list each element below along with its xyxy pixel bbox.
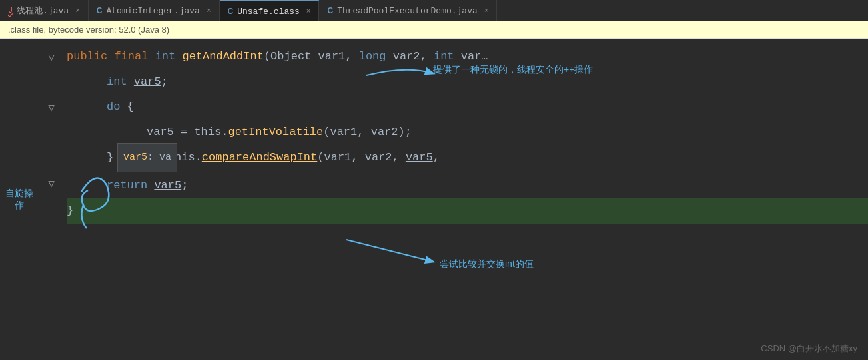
tab-label: AtomicInteger.java [107,6,200,16]
kw-public: public [67,44,107,69]
call-args-1: (var1, var2); [323,120,412,145]
tab-label: 线程池.java [17,5,69,17]
code-line-3: do { [67,94,868,120]
main-area: 自旋操作 ▽ ▽ ▽ public final int getAndAddInt… [0,39,868,360]
tab-atomic[interactable]: C AtomicInteger.java × [89,0,220,21]
close-icon[interactable]: × [306,7,311,15]
code-line-5: } while(!this.compareAndSwapInt(var1, va… [67,145,868,170]
code-line-4: var5 = this.getIntVolatile(var1, var2); [67,120,868,145]
kw-int: int [155,44,176,69]
fold-icon-3[interactable]: ▽ [48,172,55,197]
param-object: Object var1, [270,44,352,69]
fold-icon-1[interactable]: ▽ [48,45,55,71]
fold-icon-2[interactable]: ▽ [48,96,55,121]
c-icon: C [327,6,333,15]
tooltip-label: var5 [123,152,147,163]
code-line-6: return var5; [67,173,868,198]
sidebar-spin-label: 自旋操作 [3,188,36,212]
closing-brace: } [67,198,73,224]
kw-this: this [194,120,221,145]
kw-int-var5: int [107,69,127,94]
java-icon: J [8,6,13,15]
method-getintvolatile: getIntVolatile [228,120,323,145]
watermark: CSDN @白开水不加糖xy [761,343,857,355]
paren-open: ( [264,44,270,69]
info-text: .class file, bytecode version: 52.0 (Jav… [8,25,169,35]
tab-label: ThreadPoolExecutorDemo.java [337,6,478,16]
kw-do: do [107,94,120,120]
close-icon[interactable]: × [75,7,80,15]
tab-unsafe[interactable]: C Unsafe.class × [220,0,320,21]
cas-args: (var1, var2, var5, [317,145,440,170]
close-icon[interactable]: × [484,7,489,15]
semicolon: ; [161,69,168,94]
method-cas: compareAndSwapInt [202,145,317,170]
method-name: getAndAddInt [182,44,263,69]
brace-close: } [107,145,113,170]
annotation-text-2: 尝试比较并交换int的值 [440,258,534,270]
var5-return: var5 [154,173,181,198]
semi-return: ; [181,173,188,198]
kw-return: return [107,173,147,198]
brace-open: { [127,94,134,120]
close-icon[interactable]: × [207,7,211,15]
code-line-7: } [67,198,868,224]
tab-线程池[interactable]: J 线程池.java × [0,0,89,21]
param-var2: var2, [393,44,427,69]
c-icon: C [97,6,103,15]
kw-final: final [114,44,148,69]
tab-bar: J 线程池.java × C AtomicInteger.java × C Un… [0,0,868,21]
tab-threadpool[interactable]: C ThreadPoolExecutorDemo.java × [319,0,497,21]
var5-decl: var5 [134,69,161,94]
fold-icons: ▽ ▽ ▽ [48,45,55,197]
tooltip-var5: var5: va [117,143,177,172]
info-bar: .class file, bytecode version: 52.0 (Jav… [0,21,868,39]
code-area: public final int getAndAddInt(Object var… [60,39,868,360]
annotation-text-1: 提供了一种无锁的，线程安全的++操作 [433,64,593,76]
equals: = [181,120,187,145]
var5-assign: var5 [147,120,174,145]
tab-label: Unsafe.class [237,7,300,17]
c-icon: C [228,7,234,16]
kw-long: long [359,44,386,69]
